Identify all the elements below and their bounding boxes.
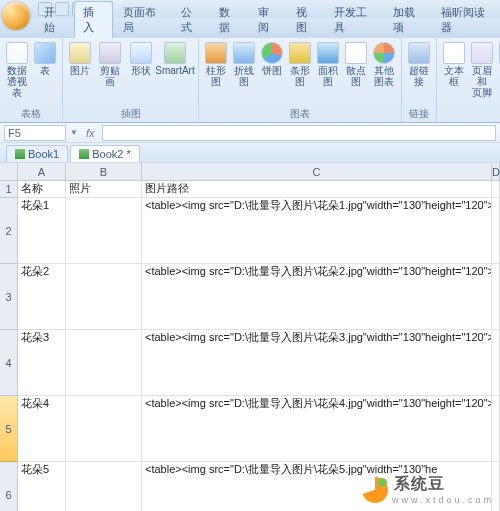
table-icon (34, 42, 56, 64)
col-header-B[interactable]: B (66, 163, 142, 180)
table-row: 花朵2<table><img src="D:\批量导入图片\花朵2.jpg"wi… (18, 264, 500, 330)
workbook-tab-label: Book1 (28, 148, 59, 160)
row-header-6[interactable]: 6 (0, 462, 17, 511)
cell[interactable]: 花朵1 (18, 198, 66, 264)
row-header-4[interactable]: 4 (0, 330, 17, 396)
ribbon-area-button[interactable]: 面积图 (315, 40, 341, 89)
row-header-2[interactable]: 2 (0, 198, 17, 264)
office-button[interactable] (2, 2, 30, 30)
cell[interactable]: <table><img src="D:\批量导入图片\花朵2.jpg"width… (142, 264, 492, 330)
cell[interactable]: 花朵4 (18, 396, 66, 462)
menu-tab-9[interactable]: 福昕阅读器 (433, 2, 500, 38)
cell[interactable]: 图片路径 (142, 181, 492, 198)
ribbon-button-label: 表 (40, 65, 50, 76)
ribbon-button-label: 页眉和 页脚 (471, 65, 493, 98)
cell[interactable] (492, 198, 500, 264)
ribbon-hyperlink-button[interactable]: 超链接 (406, 40, 432, 89)
table-row: 花朵1<table><img src="D:\批量导入图片\花朵1.jpg"wi… (18, 198, 500, 264)
ribbon-button-label: 数据 透视表 (6, 65, 28, 98)
cell[interactable]: 花朵5 (18, 462, 66, 511)
column-icon (205, 42, 227, 64)
row-header-1[interactable]: 1 (0, 181, 17, 198)
name-box[interactable]: F5 (4, 125, 66, 141)
ribbon-smartart-button[interactable]: SmartArt (156, 40, 195, 78)
col-header-A[interactable]: A (18, 163, 66, 180)
smartart-icon (164, 42, 186, 64)
ribbon-button-label: 形状 (131, 65, 151, 76)
ribbon-button-label: 图片 (70, 65, 90, 76)
menu-tab-7[interactable]: 开发工具 (326, 2, 383, 38)
menu-tab-2[interactable]: 页面布局 (115, 2, 172, 38)
menu-tab-6[interactable]: 视图 (288, 2, 324, 38)
ribbon-picture-button[interactable]: 图片 (67, 40, 93, 78)
workbook-tab[interactable]: Book2 * (70, 145, 140, 162)
scatter-icon (345, 42, 367, 64)
row-header-5[interactable]: 5 (0, 396, 17, 462)
cell[interactable] (492, 396, 500, 462)
other-icon (373, 42, 395, 64)
menu-tab-0[interactable]: 开始 (36, 2, 72, 38)
ribbon-button-label: 超链接 (408, 65, 430, 87)
hyperlink-icon (408, 42, 430, 64)
cell[interactable]: 名称 (18, 181, 66, 198)
workbook-tab[interactable]: Book1 (6, 145, 68, 162)
menu-tab-4[interactable]: 数据 (211, 2, 247, 38)
cell[interactable]: <table><img src="D:\批量导入图片\花朵1.jpg"width… (142, 198, 492, 264)
ribbon-group-label: 图表 (203, 106, 397, 121)
menu-tab-8[interactable]: 加载项 (385, 2, 431, 38)
row-header-3[interactable]: 3 (0, 264, 17, 330)
cell[interactable]: 花朵3 (18, 330, 66, 396)
ribbon-button-label: 折线图 (233, 65, 255, 87)
workbook-icon (15, 149, 25, 159)
dropdown-icon[interactable]: ▼ (70, 128, 78, 137)
ribbon-group-文本: 文本框页眉和 页脚艺术字签名行对象文本 (437, 38, 500, 122)
cell[interactable] (492, 181, 500, 198)
ribbon-clipart-button[interactable]: 剪贴画 (95, 40, 126, 89)
table-row: 花朵3<table><img src="D:\批量导入图片\花朵3.jpg"wi… (18, 330, 500, 396)
col-header-D[interactable]: D (492, 163, 500, 180)
ribbon-button-label: SmartArt (155, 65, 194, 76)
ribbon-table-button[interactable]: 表 (32, 40, 58, 78)
select-all-corner[interactable] (0, 163, 18, 181)
worksheet: ABCD 1234567 名称照片图片路径花朵1<table><img src=… (0, 163, 500, 511)
ribbon-column-button[interactable]: 柱形图 (203, 40, 229, 89)
cell[interactable] (66, 264, 142, 330)
ribbon-bar-button[interactable]: 条形图 (287, 40, 313, 89)
cell[interactable] (66, 330, 142, 396)
ribbon-line-button[interactable]: 折线图 (231, 40, 257, 89)
ribbon-headerfooter-button[interactable]: 页眉和 页脚 (469, 40, 495, 100)
watermark-logo-icon (362, 477, 388, 503)
cell[interactable] (66, 462, 142, 511)
fx-icon[interactable]: fx (86, 127, 95, 139)
formula-bar[interactable] (102, 125, 496, 141)
menu-tab-1[interactable]: 插入 (74, 1, 112, 38)
ribbon-scatter-button[interactable]: 散点图 (343, 40, 369, 89)
ribbon-pie-button[interactable]: 饼图 (259, 40, 285, 78)
ribbon-button-label: 剪贴画 (97, 65, 124, 87)
col-header-C[interactable]: C (142, 163, 492, 180)
ribbon-other-button[interactable]: 其他图表 (371, 40, 397, 89)
ribbon-button-label: 其他图表 (373, 65, 395, 87)
bar-icon (289, 42, 311, 64)
ribbon-tabs: 开始插入页面布局公式数据审阅视图开发工具加载项福昕阅读器 (0, 18, 500, 38)
cell[interactable]: <table><img src="D:\批量导入图片\花朵4.jpg"width… (142, 396, 492, 462)
ribbon-pivot-button[interactable]: 数据 透视表 (4, 40, 30, 100)
cell-grid[interactable]: 名称照片图片路径花朵1<table><img src="D:\批量导入图片\花朵… (18, 181, 500, 511)
ribbon-shapes-button[interactable]: 形状 (128, 40, 154, 78)
cell[interactable] (492, 330, 500, 396)
ribbon-button-label: 饼图 (262, 65, 282, 76)
ribbon-button-label: 文本框 (443, 65, 465, 87)
clipart-icon (99, 42, 121, 64)
cell[interactable] (66, 198, 142, 264)
cell[interactable] (66, 396, 142, 462)
cell[interactable]: 照片 (66, 181, 142, 198)
ribbon-group-表格: 数据 透视表表表格 (0, 38, 63, 122)
cell[interactable]: 花朵2 (18, 264, 66, 330)
menu-tab-3[interactable]: 公式 (173, 2, 209, 38)
cell[interactable] (492, 264, 500, 330)
menu-tab-5[interactable]: 审阅 (250, 2, 286, 38)
cell[interactable]: <table><img src="D:\批量导入图片\花朵3.jpg"width… (142, 330, 492, 396)
ribbon-textbox-button[interactable]: 文本框 (441, 40, 467, 89)
ribbon-group-插图: 图片剪贴画形状SmartArt插图 (63, 38, 199, 122)
formula-bar-row: F5 ▼ fx (0, 123, 500, 143)
